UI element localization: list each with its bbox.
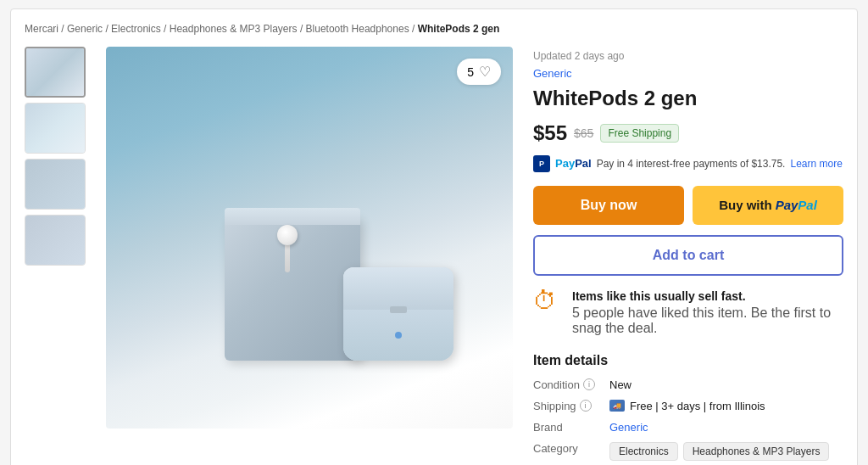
sell-fast-content: Items like this usually sell fast. 5 peo…	[572, 289, 843, 336]
item-details-heading: Item details	[533, 353, 843, 368]
primary-buttons: Buy now Buy with PayPal	[533, 186, 843, 225]
brand-value[interactable]: Generic	[609, 421, 648, 434]
airpod-stem	[285, 245, 290, 272]
buy-paypal-label: Buy with	[719, 198, 772, 212]
thumb-img-3	[25, 160, 85, 209]
detail-shipping: Shipping i 🚚 Free | 3+ days | from Illin…	[533, 400, 843, 412]
case-led	[395, 332, 402, 339]
case-hinge	[390, 306, 407, 313]
thumbnail-4[interactable]	[25, 215, 86, 266]
learn-more-link[interactable]: Learn more	[790, 158, 842, 170]
case-lid	[343, 267, 453, 310]
product-scene	[174, 106, 445, 378]
breadcrumb-bluetooth[interactable]: Bluetooth Headphones	[306, 23, 409, 35]
product-image	[106, 47, 513, 429]
price-row: $55 $65 Free Shipping	[533, 121, 843, 145]
category-tags: Electronics Headphones & MP3 Players	[609, 442, 829, 461]
sell-fast-notice: ⏱ Items like this usually sell fast. 5 p…	[533, 289, 843, 336]
thumb-img-2	[25, 104, 85, 153]
price-current: $55	[533, 121, 567, 145]
box-top	[225, 208, 360, 225]
thumb-img-4	[25, 216, 85, 265]
paypal-icon: P	[533, 155, 550, 172]
heart-icon: ♡	[479, 64, 491, 80]
add-to-cart-button[interactable]: Add to cart	[533, 235, 843, 276]
breadcrumb-electronics[interactable]: Electronics	[111, 23, 161, 35]
airpod-right	[275, 225, 299, 276]
detail-condition: Condition i New	[533, 378, 843, 391]
sell-fast-sub: 5 people have liked this item. Be the fi…	[572, 305, 843, 336]
thumbnail-3[interactable]	[25, 159, 86, 210]
condition-label: Condition i	[533, 378, 609, 391]
detail-brand: Brand Generic	[533, 421, 843, 434]
airpod-case	[343, 267, 453, 361]
paypal-brand-in-btn: PayPal	[776, 198, 817, 212]
thumbnail-list	[25, 47, 86, 465]
detail-category: Category Electronics Headphones & MP3 Pl…	[533, 442, 843, 461]
category-tag-electronics[interactable]: Electronics	[609, 442, 678, 461]
breadcrumb-headphones[interactable]: Headphones & MP3 Players	[170, 23, 298, 35]
free-shipping-badge: Free Shipping	[600, 124, 679, 143]
updated-text: Updated 2 days ago	[533, 50, 843, 62]
timer-icon: ⏱	[533, 289, 564, 320]
breadcrumb-generic[interactable]: Generic	[67, 23, 103, 35]
seller-link[interactable]: Generic	[533, 67, 843, 80]
thumbnail-1[interactable]	[25, 47, 86, 98]
main-image-area: 5 ♡	[106, 47, 513, 465]
sell-fast-title: Items like this usually sell fast.	[572, 289, 843, 303]
product-title: WhitePods 2 gen	[533, 87, 843, 111]
like-badge[interactable]: 5 ♡	[457, 59, 501, 85]
like-count: 5	[467, 65, 474, 79]
product-details-panel: Updated 2 days ago Generic WhitePods 2 g…	[533, 47, 843, 465]
thumb-img-1	[26, 48, 84, 96]
brand-label: Brand	[533, 421, 609, 434]
paypal-text: Pay in 4 interest-free payments of $13.7…	[597, 158, 786, 170]
shipping-info-icon[interactable]: i	[580, 400, 592, 412]
condition-value: New	[609, 378, 632, 391]
buy-paypal-button[interactable]: Buy with PayPal	[693, 186, 843, 225]
shipping-label: Shipping i	[533, 400, 609, 412]
category-label: Category	[533, 442, 609, 455]
buy-now-button[interactable]: Buy now	[533, 186, 684, 225]
paypal-row: P PayPal Pay in 4 interest-free payments…	[533, 155, 843, 172]
paypal-logo: PayPal	[555, 157, 592, 170]
airpod-head	[277, 225, 298, 245]
case-body	[343, 310, 453, 361]
main-content: 5 ♡ Updated 2 days ago Generic WhitePods…	[25, 47, 843, 465]
breadcrumb-mercari[interactable]: Mercari	[25, 23, 58, 35]
condition-info-icon[interactable]: i	[583, 378, 595, 390]
shipping-value: 🚚 Free | 3+ days | from Illinois	[609, 400, 765, 412]
thumbnail-2[interactable]	[25, 103, 86, 154]
page-container: Mercari / Generic / Electronics / Headph…	[10, 8, 858, 465]
shipping-truck-icon: 🚚	[609, 400, 625, 412]
category-tag-headphones[interactable]: Headphones & MP3 Players	[683, 442, 830, 461]
breadcrumb-current: WhitePods 2 gen	[418, 23, 500, 35]
price-original: $65	[574, 126, 593, 140]
breadcrumb: Mercari / Generic / Electronics / Headph…	[25, 23, 843, 35]
